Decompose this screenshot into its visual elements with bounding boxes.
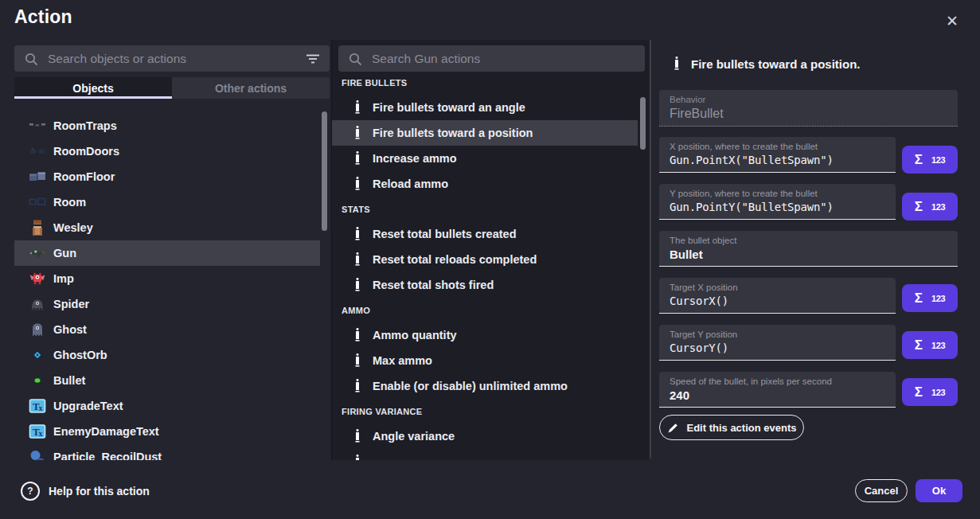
bullet-action-icon <box>352 175 363 193</box>
bullet-action-icon <box>352 326 363 344</box>
object-label: GhostOrb <box>53 349 107 361</box>
object-row-room[interactable]: Room <box>14 189 320 215</box>
bullet-action-icon <box>352 99 363 116</box>
object-label: RoomFloor <box>53 170 115 183</box>
bullet-action-icon <box>352 124 363 142</box>
object-row-imp[interactable]: Imp <box>14 266 320 291</box>
object-row-bullet[interactable]: Bullet <box>14 368 320 393</box>
selected-action-title: Fire bullets toward a position. <box>691 57 861 71</box>
ok-button[interactable]: Ok <box>916 479 962 502</box>
svg-text:x: x <box>39 429 43 438</box>
object-label: Spider <box>53 298 89 310</box>
sigma-icon: Σ <box>915 291 923 306</box>
tab-other-actions[interactable]: Other actions <box>172 77 330 99</box>
action-list: FIRE BULLETS Fire bullets toward an angl… <box>332 70 638 460</box>
action-dialog: Action ✕ Objects Other actions RoomTraps… <box>0 0 980 519</box>
left-tabbar: Objects Other actions <box>14 77 330 99</box>
object-label: Imp <box>53 272 74 285</box>
object-row-gun[interactable]: Gun <box>14 240 320 266</box>
action-row-reset-reloads-completed[interactable]: Reset total reloads completed <box>332 247 638 272</box>
field-behavior: Behavior FireBullet <box>659 90 958 127</box>
action-row-angle-variance[interactable]: Angle variance <box>332 423 638 449</box>
roomtraps-icon <box>29 117 46 135</box>
section-header-stats: STATS <box>332 197 638 221</box>
filter-icon[interactable] <box>306 53 320 64</box>
text-object-icon: Tx <box>29 397 46 415</box>
object-list: RoomTraps RoomDoors RoomFloor Room Wesle… <box>14 113 320 460</box>
action-row-fire-position[interactable]: Fire bullets toward a position <box>332 120 638 146</box>
object-row-spider[interactable]: Spider <box>14 291 320 317</box>
close-icon[interactable]: ✕ <box>941 10 963 32</box>
field-bullet-object[interactable]: The bullet object Bullet <box>659 231 958 267</box>
tab-objects[interactable]: Objects <box>14 77 172 99</box>
search-icon <box>24 52 38 66</box>
numbers-badge: 123 <box>931 202 945 212</box>
object-row-roomfloor[interactable]: RoomFloor <box>14 164 320 189</box>
object-row-enemydamagetext[interactable]: Tx EnemyDamageText <box>14 419 320 444</box>
search-icon <box>348 52 362 66</box>
sigma-icon: Σ <box>915 384 923 400</box>
bullet-action-icon <box>352 453 363 460</box>
actions-search-input[interactable] <box>370 51 635 67</box>
field-x-position[interactable]: X position, where to create the bullet G… <box>659 137 896 173</box>
object-row-particle-recoildust[interactable]: Particle_RecoilDust <box>14 444 320 460</box>
action-row-reset-bullets-created[interactable]: Reset total bullets created <box>332 221 638 247</box>
sigma-icon: Σ <box>915 199 923 215</box>
bullet-action-icon <box>352 251 363 268</box>
objects-search-box <box>14 45 330 72</box>
expression-editor-button[interactable]: Σ 123 <box>902 284 958 312</box>
section-header-ammo: AMMO <box>332 298 638 322</box>
object-row-wesley[interactable]: Wesley <box>14 215 320 240</box>
dialog-title: Action <box>14 6 72 28</box>
particle-icon <box>29 448 46 460</box>
action-row-max-ammo[interactable]: Max ammo <box>332 348 638 373</box>
field-target-x[interactable]: Target X position CursorX() <box>659 278 896 314</box>
field-target-y[interactable]: Target Y position CursorY() <box>659 325 896 361</box>
action-row-reset-shots-fired[interactable]: Reset total shots fired <box>332 272 638 298</box>
pencil-icon <box>667 422 679 434</box>
actions-search-box <box>338 45 645 72</box>
expression-editor-button[interactable]: Σ 123 <box>902 378 958 406</box>
objects-search-input[interactable] <box>46 51 306 67</box>
action-row-ammo-quantity[interactable]: Ammo quantity <box>332 322 638 348</box>
object-row-roomdoors[interactable]: RoomDoors <box>14 139 320 164</box>
expression-editor-button[interactable]: Σ 123 <box>902 146 958 174</box>
field-y-position[interactable]: Y position, where to create the bullet G… <box>659 184 896 220</box>
cancel-button[interactable]: Cancel <box>855 479 908 502</box>
panel-divider <box>650 40 651 459</box>
object-row-upgradetext[interactable]: Tx UpgradeText <box>14 393 320 419</box>
action-row-unlimited-ammo[interactable]: Enable (or disable) unlimited ammo <box>332 373 638 399</box>
object-row-roomtraps[interactable]: RoomTraps <box>14 113 320 139</box>
bullet-action-icon <box>352 427 363 445</box>
section-header-fire-bullets: FIRE BULLETS <box>332 70 638 95</box>
object-label: EnemyDamageText <box>53 425 159 438</box>
bullet-action-icon <box>671 55 682 74</box>
roomdoors-icon <box>29 142 46 160</box>
numbers-badge: 123 <box>931 388 945 397</box>
middle-scrollbar[interactable] <box>640 97 646 150</box>
object-label: Wesley <box>53 221 93 234</box>
object-label: Gun <box>53 247 76 260</box>
edit-action-events-button[interactable]: Edit this action events <box>659 415 804 440</box>
ghost-icon <box>29 321 46 338</box>
bullet-action-icon <box>352 276 363 294</box>
field-speed[interactable]: Speed of the bullet, in pixels per secon… <box>659 372 896 408</box>
left-scrollbar[interactable] <box>322 111 327 231</box>
action-row-increase-ammo[interactable]: Increase ammo <box>332 146 638 171</box>
svg-text:x: x <box>39 404 43 412</box>
expression-editor-button[interactable]: Σ 123 <box>902 331 958 359</box>
gun-icon <box>29 244 46 262</box>
numbers-badge: 123 <box>931 155 945 165</box>
object-row-ghost[interactable]: Ghost <box>14 317 320 342</box>
object-row-ghostorb[interactable]: GhostOrb <box>14 342 320 368</box>
numbers-badge: 123 <box>931 294 945 303</box>
help-icon: ? <box>21 482 40 501</box>
action-row-fire-angle[interactable]: Fire bullets toward an angle <box>332 95 638 120</box>
expression-editor-button[interactable]: Σ 123 <box>902 193 958 220</box>
help-link[interactable]: ? Help for this action <box>21 482 150 501</box>
imp-icon <box>29 270 46 287</box>
object-label: UpgradeText <box>53 400 123 412</box>
action-row-partial[interactable] <box>332 449 638 460</box>
bullet-action-icon <box>352 150 363 167</box>
action-row-reload-ammo[interactable]: Reload ammo <box>332 171 638 197</box>
